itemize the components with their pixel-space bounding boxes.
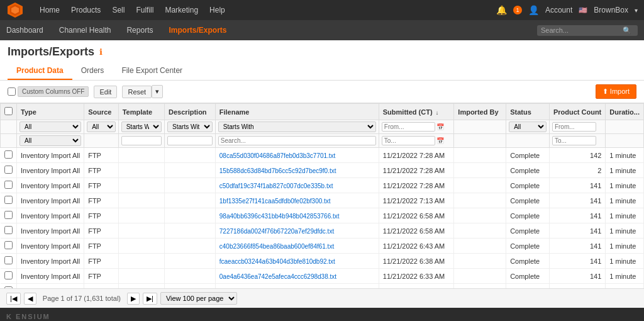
filename-link-7[interactable]: fcaeaccb03244a63b404d3bfe810db92.txt <box>219 258 335 265</box>
filename-link-0[interactable]: 08ca55d030f04686a87feb0d3b3c7701.txt <box>219 152 336 159</box>
tab-file-export-center[interactable]: File Export Center <box>113 62 191 80</box>
source-dropdown-select[interactable]: All <box>87 121 116 132</box>
filename-dropdown-select[interactable]: Starts With <box>218 121 376 132</box>
row-checkbox-7[interactable] <box>4 256 13 264</box>
last-page-btn[interactable]: ▶| <box>143 293 157 305</box>
filter2-template-input[interactable] <box>118 134 164 148</box>
first-page-btn[interactable]: |◀ <box>6 293 21 305</box>
search-input[interactable] <box>541 26 623 34</box>
template-search-input[interactable] <box>121 136 162 145</box>
cell-filename-1[interactable]: 15b588dc63d84bd7b6cc5c92d7bec9f0.txt <box>215 163 379 178</box>
nav-products[interactable]: Products <box>71 6 101 14</box>
search-icon[interactable]: 🔍 <box>623 26 631 35</box>
submitted-from-calendar-icon[interactable]: 📅 <box>436 123 444 130</box>
import-button[interactable]: ⬆ Import <box>596 84 636 99</box>
row-checkbox-8[interactable] <box>4 271 13 279</box>
cell-filename-4[interactable]: 98a40bb6396c431bb4b948b042853766.txt <box>215 208 379 223</box>
nav-fulfill[interactable]: Fulfill <box>136 6 153 14</box>
filter2-desc-input[interactable] <box>165 134 216 148</box>
select-all-checkbox[interactable] <box>4 107 13 115</box>
tab-product-data[interactable]: Product Data <box>8 62 72 80</box>
subnav-imports-exports[interactable]: Imports/Exports <box>169 26 226 35</box>
cell-filename-9[interactable]: 7257dd25144d4117b7a20af49864bae4.txt <box>215 284 379 289</box>
cell-filename-0[interactable]: 08ca55d030f04686a87feb0d3b3c7701.txt <box>215 148 379 163</box>
account-label[interactable]: Account <box>545 6 572 14</box>
prodcount-from-input[interactable] <box>552 122 596 132</box>
row-checkbox-5[interactable] <box>4 226 13 234</box>
filter-source-dropdown[interactable]: All <box>84 120 119 134</box>
row-checkbox-4[interactable] <box>4 211 13 219</box>
template-dropdown-select[interactable]: Starts With <box>121 121 162 132</box>
submitted-to-calendar-icon[interactable]: 📅 <box>436 137 444 144</box>
nav-marketing[interactable]: Marketing <box>165 6 198 14</box>
filename-link-2[interactable]: c50dfaf19c374f1ab827c007dc0e335b.txt <box>219 183 333 189</box>
prev-page-btn[interactable]: ◀ <box>24 293 36 305</box>
subnav-reports[interactable]: Reports <box>126 26 153 35</box>
cell-filename-3[interactable]: 1bf1335e27f141caa5dfdb0fe02bf300.txt <box>215 193 379 208</box>
header-template[interactable]: Template <box>118 104 164 120</box>
subnav-channel-health[interactable]: Channel Health <box>59 26 111 35</box>
custom-columns-label[interactable]: Custom Columns OFF <box>18 86 89 97</box>
row-checkbox-0[interactable] <box>4 150 13 159</box>
header-type[interactable]: Type <box>17 104 84 120</box>
row-checkbox-9[interactable] <box>4 286 13 288</box>
store-dropdown-arrow[interactable]: ▾ <box>635 7 638 14</box>
filename-link-4[interactable]: 98a40bb6396c431bb4b948b042853766.txt <box>219 213 340 220</box>
filter-desc-dropdown[interactable]: Starts With <box>165 120 216 134</box>
filter2-type[interactable]: All <box>17 134 84 148</box>
type-secondary-select[interactable]: All <box>19 135 81 146</box>
filename-link-6[interactable]: c40b23666f854bea86baab600ef84f61.txt <box>219 243 334 250</box>
prodcount-to-input[interactable] <box>552 136 596 145</box>
reset-dropdown[interactable]: ▾ <box>152 85 163 98</box>
nav-sell[interactable]: Sell <box>112 6 125 14</box>
header-filename[interactable]: Filename <box>215 104 379 120</box>
filter2-submitted-to[interactable]: 📅 <box>379 134 454 148</box>
status-dropdown-select[interactable]: All <box>509 121 547 132</box>
header-status[interactable]: Status <box>506 104 550 120</box>
desc-dropdown-select[interactable]: Starts With <box>167 121 213 132</box>
cell-filename-2[interactable]: c50dfaf19c374f1ab827c007dc0e335b.txt <box>215 178 379 193</box>
row-checkbox-6[interactable] <box>4 241 13 249</box>
per-page-select[interactable]: View 100 per page View 10 per page View … <box>160 292 237 305</box>
info-icon[interactable]: ℹ <box>99 47 103 57</box>
filter-type-dropdown[interactable]: All <box>17 120 84 134</box>
nav-home[interactable]: Home <box>40 6 60 14</box>
header-duration[interactable]: Duratio... <box>606 104 644 120</box>
tab-orders[interactable]: Orders <box>72 62 113 80</box>
notification-bell[interactable]: 🔔 <box>496 5 507 15</box>
cell-filename-8[interactable]: 0ae4a6436ea742e5afeca4ccc6298d38.txt <box>215 269 379 284</box>
edit-button[interactable]: Edit <box>94 86 117 98</box>
submitted-from-input[interactable] <box>382 122 435 132</box>
subnav-dashboard[interactable]: Dashboard <box>6 26 43 35</box>
header-description[interactable]: Description <box>165 104 216 120</box>
filename-link-3[interactable]: 1bf1335e27f141caa5dfdb0fe02bf300.txt <box>219 198 331 205</box>
store-label[interactable]: BrownBox <box>594 6 628 14</box>
type-dropdown-select[interactable]: All <box>19 121 81 132</box>
header-submitted[interactable]: Submitted (CT) ↓ <box>379 104 454 120</box>
reset-button[interactable]: Reset <box>122 86 152 98</box>
nav-help[interactable]: Help <box>209 6 225 14</box>
filename-link-1[interactable]: 15b588dc63d84bd7b6cc5c92d7bec9f0.txt <box>219 167 336 174</box>
filter-template-dropdown[interactable]: Starts With <box>118 120 164 134</box>
row-checkbox-2[interactable] <box>4 181 13 189</box>
custom-columns-checkbox[interactable] <box>8 87 16 96</box>
filter2-prodcount-to[interactable] <box>549 134 605 148</box>
cell-filename-5[interactable]: 7227186da0024f76b67220a7ef29dfdc.txt <box>215 223 379 239</box>
header-source[interactable]: Source <box>84 104 119 120</box>
desc-search-input[interactable] <box>167 136 213 145</box>
filename-link-5[interactable]: 7227186da0024f76b67220a7ef29dfdc.txt <box>219 228 334 235</box>
row-checkbox-3[interactable] <box>4 196 13 204</box>
filter-submitted-from[interactable]: 📅 <box>379 120 454 134</box>
filename-link-8[interactable]: 0ae4a6436ea742e5afeca4ccc6298d38.txt <box>219 273 336 280</box>
filter-filename-dropdown[interactable]: Starts With <box>215 120 379 134</box>
cell-filename-7[interactable]: fcaeaccb03244a63b404d3bfe810db92.txt <box>215 254 379 269</box>
row-checkbox-1[interactable] <box>4 166 13 174</box>
filter-status-dropdown[interactable]: All <box>506 120 550 134</box>
filename-search-input[interactable] <box>218 136 376 145</box>
submitted-to-input[interactable] <box>382 136 435 145</box>
next-page-btn[interactable]: ▶ <box>127 293 140 305</box>
user-icon[interactable]: 👤 <box>528 5 539 15</box>
filter-prodcount-from[interactable] <box>549 120 605 134</box>
logo[interactable] <box>6 1 24 19</box>
header-imported-by[interactable]: Imported By <box>454 104 506 120</box>
